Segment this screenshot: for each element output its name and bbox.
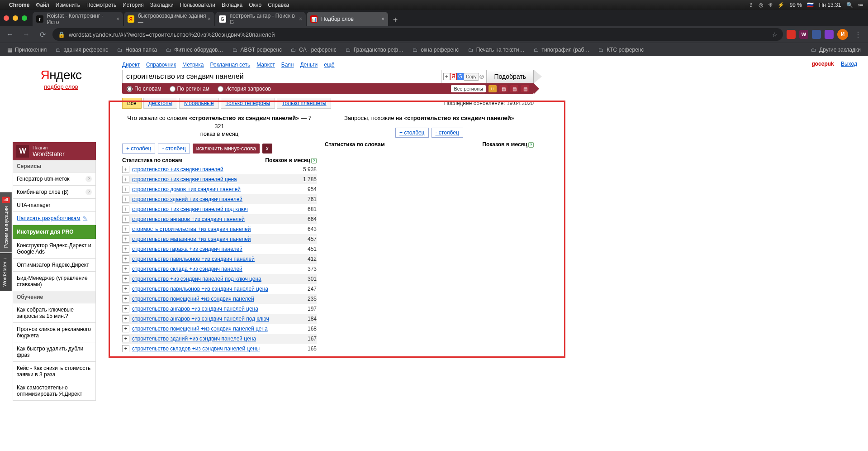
sidebar-item[interactable]: Конструктор Яндекс.Директ и Google Ads bbox=[13, 239, 96, 259]
keyword-link[interactable]: строительство склада +из сэндвич панелей bbox=[132, 266, 285, 272]
help-icon[interactable]: ? bbox=[528, 142, 534, 148]
topnav-link[interactable]: Справочник bbox=[146, 62, 176, 68]
copy-button[interactable]: Copy bbox=[464, 73, 479, 81]
bookmark-apps[interactable]: ▦Приложения bbox=[4, 47, 50, 53]
bookmark-folder[interactable]: 🗀Печать на тексти… bbox=[465, 47, 528, 53]
sidebar-item[interactable]: Кейс - Как снизить стоимость заявки в 3 … bbox=[13, 362, 96, 381]
wordstater-tab[interactable]: WordStater ↓ bbox=[0, 253, 12, 291]
device-tab[interactable]: Только телефоны bbox=[221, 98, 275, 109]
keyword-link[interactable]: строительство +из сэндвич панелей под кл… bbox=[132, 206, 285, 212]
close-tab-icon[interactable]: × bbox=[299, 16, 302, 22]
keyword-link[interactable]: строительство павильонов +из сэндвич пан… bbox=[132, 286, 285, 292]
bookmark-folder[interactable]: 🗀Гражданство реф… bbox=[342, 47, 407, 53]
add-column-button[interactable]: + столбец bbox=[395, 128, 428, 138]
close-tab-icon[interactable]: × bbox=[208, 16, 211, 22]
keyword-link[interactable]: строительство зданий +из сэндвич панелей… bbox=[132, 336, 285, 342]
mini-btn-2[interactable]: ▤ bbox=[499, 85, 508, 92]
add-keyword-icon[interactable]: + bbox=[122, 216, 129, 223]
add-keyword-icon[interactable]: + bbox=[122, 235, 129, 243]
bookmark-folder[interactable]: 🗀CA - референс bbox=[287, 47, 340, 53]
device-tab[interactable]: Только планшеты bbox=[277, 98, 331, 109]
device-tab[interactable]: Десктопы bbox=[143, 98, 177, 109]
yandex-logo[interactable]: Яндекс bbox=[40, 68, 81, 82]
reload-button[interactable]: ⟳ bbox=[36, 28, 49, 41]
topnav-more-link[interactable]: ещё bbox=[324, 62, 334, 68]
sidebar-write-link[interactable]: Написать разработчикам✎ bbox=[13, 212, 96, 225]
sidebar-item[interactable]: Как собрать ключевые запросы за 15 мин.? bbox=[13, 303, 96, 323]
keyword-link[interactable]: строительство павильонов +из сэндвич пан… bbox=[132, 256, 285, 262]
add-keyword-icon[interactable]: + bbox=[122, 275, 129, 283]
browser-tab[interactable]: Gпостроить ангар - Поиск в G× bbox=[215, 12, 306, 26]
clear-input-icon[interactable]: ⊘ bbox=[479, 73, 484, 80]
yandex-tool-icon[interactable]: Я bbox=[450, 73, 457, 80]
status-icon[interactable]: ⁜ bbox=[768, 2, 773, 8]
mini-btn-4[interactable]: ▤ bbox=[521, 85, 529, 92]
menu-window[interactable]: Окно bbox=[249, 2, 261, 8]
add-keyword-icon[interactable]: + bbox=[122, 245, 129, 253]
add-keyword-icon[interactable]: + bbox=[122, 226, 129, 233]
add-keyword-icon[interactable]: + bbox=[122, 325, 129, 332]
minimize-window-icon[interactable] bbox=[13, 15, 18, 21]
bookmark-folder[interactable]: 🗀ABGT референс bbox=[229, 47, 286, 53]
add-keyword-icon[interactable]: + bbox=[122, 295, 129, 302]
topnav-link[interactable]: Метрика bbox=[182, 62, 204, 68]
mode-regions[interactable]: По регионам bbox=[170, 86, 209, 92]
status-icon[interactable]: ◎ bbox=[759, 2, 763, 8]
keyword-link[interactable]: строительство ангаров +из сэндвич панеле… bbox=[132, 306, 285, 312]
help-icon[interactable]: ? bbox=[311, 158, 317, 163]
remove-column-button[interactable]: - столбец bbox=[432, 128, 463, 138]
sidebar-pro-banner[interactable]: Инструмент для PRO bbox=[13, 225, 96, 239]
status-icon[interactable]: ⇪ bbox=[749, 2, 753, 8]
back-button[interactable]: ← bbox=[4, 28, 16, 41]
sidebar-item[interactable]: UTA-manager bbox=[13, 199, 96, 212]
menu-edit[interactable]: Изменить bbox=[56, 2, 80, 8]
mini-btn-1[interactable]: ++ bbox=[489, 85, 497, 92]
add-column-button[interactable]: + столбец bbox=[122, 144, 155, 154]
menu-view[interactable]: Посмотреть bbox=[86, 2, 116, 8]
topnav-link[interactable]: Деньги bbox=[300, 62, 318, 68]
add-keyword-icon[interactable]: + bbox=[122, 186, 129, 193]
sidebar-item[interactable]: Как быстро удалить дубли фраз bbox=[13, 342, 96, 362]
profile-avatar[interactable]: И bbox=[837, 29, 848, 40]
add-keyword-icon[interactable]: + bbox=[122, 176, 129, 183]
help-icon[interactable]: ? bbox=[85, 189, 92, 195]
region-selector[interactable]: Все регионы bbox=[451, 85, 486, 92]
username[interactable]: gocepuk bbox=[811, 61, 834, 67]
plus-tool-icon[interactable]: + bbox=[443, 73, 450, 80]
logo-subtitle-link[interactable]: подбор слов bbox=[44, 83, 78, 90]
bookmark-folder[interactable]: 🗀здания референс bbox=[52, 47, 112, 53]
remove-column-button[interactable]: - столбец bbox=[158, 144, 190, 154]
bookmark-folder[interactable]: 🗀окна референс bbox=[409, 47, 462, 53]
address-bar[interactable]: 🔒 wordstat.yandex.ru/#!/?words=строитель… bbox=[52, 28, 783, 41]
keyword-link[interactable]: строительство зданий +из сэндвич панелей bbox=[132, 196, 285, 202]
menu-help[interactable]: Справка bbox=[268, 2, 289, 8]
menu-history[interactable]: История bbox=[123, 2, 144, 8]
keyword-link[interactable]: строительство помещений +из сэндвич пане… bbox=[132, 296, 285, 302]
add-keyword-icon[interactable]: + bbox=[122, 345, 129, 352]
extension-icon[interactable] bbox=[825, 30, 834, 39]
keyword-link[interactable]: строительство магазинов +из сэндвич пане… bbox=[132, 236, 285, 242]
device-tab[interactable]: Все bbox=[122, 98, 142, 109]
topnav-link[interactable]: Баян bbox=[281, 62, 294, 68]
keyword-link[interactable]: строительство +из сэндвич панелей bbox=[132, 166, 285, 173]
topnav-link[interactable]: Маркет bbox=[256, 62, 275, 68]
help-icon[interactable]: ? bbox=[85, 176, 92, 182]
spotlight-icon[interactable]: 🔍 bbox=[846, 2, 853, 8]
sidebar-item[interactable]: Как самостоятельно оптимизировать Я.Дире… bbox=[13, 381, 96, 401]
extension-icon[interactable]: W bbox=[799, 30, 808, 39]
menubar-app[interactable]: Chrome bbox=[9, 2, 29, 8]
sidebar-item[interactable]: Оптимизатор Яндекс.Директ bbox=[13, 259, 96, 272]
new-tab-button[interactable]: + bbox=[389, 14, 402, 26]
sidebar-item[interactable]: Прогноз кликов и рекламного бюджета bbox=[13, 323, 96, 342]
bookmark-folder[interactable]: 🗀КТС референс bbox=[595, 47, 647, 53]
google-tool-icon[interactable]: G bbox=[457, 73, 464, 80]
add-keyword-icon[interactable]: + bbox=[122, 206, 129, 213]
keyword-link[interactable]: строительство помещений +из сэндвич пане… bbox=[132, 326, 285, 332]
add-keyword-icon[interactable]: + bbox=[122, 315, 129, 322]
mode-history[interactable]: История запросов bbox=[218, 86, 271, 92]
sidebar-item[interactable]: Бид-Менеджер (управление ставками) bbox=[13, 272, 96, 291]
bookmark-folder[interactable]: 🗀Новая папка bbox=[114, 47, 161, 53]
battery-icon[interactable]: ⚡ bbox=[778, 2, 784, 8]
keyword-link[interactable]: строительство +из сэндвич панелей цена bbox=[132, 176, 285, 182]
extension-icon[interactable] bbox=[812, 30, 821, 39]
